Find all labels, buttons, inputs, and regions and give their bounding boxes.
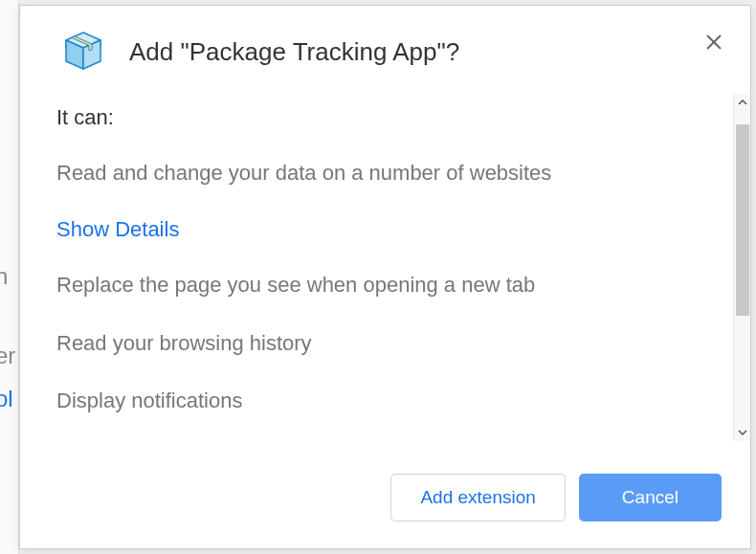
cancel-button[interactable]: Cancel	[579, 474, 722, 521]
dialog-header: Add "Package Tracking App"?	[20, 6, 750, 94]
chevron-up-icon	[738, 100, 747, 105]
extension-install-dialog: Add "Package Tracking App"? It can: Read…	[19, 5, 751, 549]
permission-item: Read and change your data on a number of…	[56, 159, 731, 188]
extension-icon	[60, 29, 106, 75]
permission-item: Read your browsing history	[56, 329, 731, 359]
dialog-footer: Add extension Cancel	[20, 441, 750, 548]
close-button[interactable]	[702, 31, 725, 54]
add-extension-button[interactable]: Add extension	[390, 474, 565, 521]
permission-item: Display notifications	[56, 387, 731, 416]
chevron-down-icon	[738, 430, 747, 435]
permissions-list: It can: Read and change your data on a n…	[56, 94, 731, 441]
show-details-link[interactable]: Show Details	[56, 217, 731, 242]
scroll-up-arrow[interactable]	[734, 94, 750, 111]
scrollbar[interactable]	[733, 94, 750, 441]
permissions-lead: It can:	[56, 105, 731, 130]
dialog-body: It can: Read and change your data on a n…	[20, 94, 750, 441]
scroll-down-arrow[interactable]	[734, 424, 750, 441]
background-text-fragment: n	[0, 263, 8, 290]
background-text-fragment: er	[0, 343, 15, 369]
permission-item: Replace the page you see when opening a …	[56, 271, 731, 300]
background-text-fragment: ol	[0, 386, 13, 412]
close-icon	[705, 33, 723, 51]
scrollbar-thumb[interactable]	[736, 124, 749, 316]
dialog-title: Add "Package Tracking App"?	[129, 37, 459, 67]
